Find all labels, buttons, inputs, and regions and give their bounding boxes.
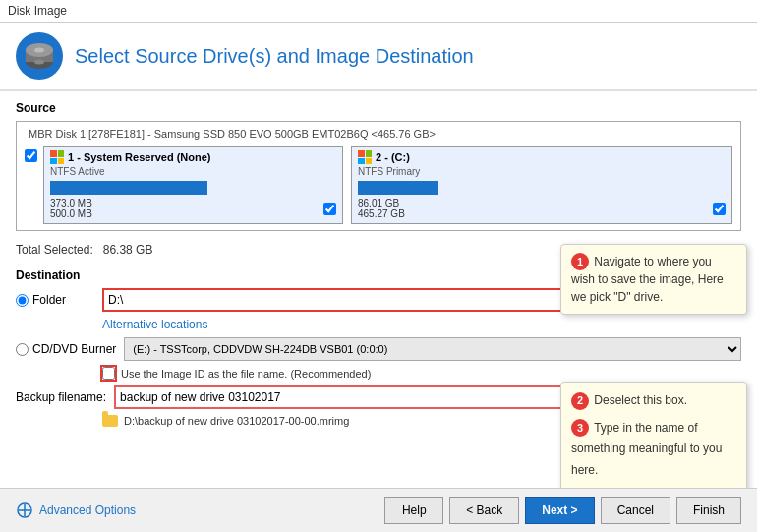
partitions-row: 1 - System Reserved (None) NTFS Active 3… <box>25 146 732 224</box>
filename-label: Backup filename: <box>16 390 106 404</box>
title-bar: Disk Image <box>0 0 757 23</box>
image-id-label: Use the Image ID as the file name. (Reco… <box>121 368 371 380</box>
cd-select[interactable]: (E:) - TSSTcorp, CDDVDW SH-224DB VSB01 (… <box>124 337 741 361</box>
header-icon <box>16 32 63 80</box>
partition2-bar <box>358 181 438 195</box>
image-id-checkbox[interactable] <box>102 367 115 380</box>
total-selected-value: 86.38 GB <box>103 243 153 257</box>
content-area: Source MBR Disk 1 [278FE181] - Samsung S… <box>0 91 757 488</box>
svg-point-3 <box>34 48 44 53</box>
finish-button[interactable]: Finish <box>676 497 741 524</box>
cd-label: CD/DVD Burner <box>32 342 116 356</box>
header: Select Source Drive(s) and Image Destina… <box>0 23 757 91</box>
cancel-button[interactable]: Cancel <box>601 497 670 524</box>
advanced-options-icon <box>16 502 33 519</box>
windows-logo-icon <box>50 150 64 164</box>
partition2: 2 - (C:) NTFS Primary 86.01 GB 465.27 GB <box>351 146 732 224</box>
cd-radio[interactable] <box>16 343 29 356</box>
badge-2: 2 <box>571 392 589 410</box>
disk-info: MBR Disk 1 [278FE181] - Samsung SSD 850 … <box>25 128 732 140</box>
alt-locations-link[interactable]: Alternative locations <box>102 318 741 331</box>
partition2-sizes: 86.01 GB 465.27 GB <box>358 198 726 219</box>
folder-label: Folder <box>32 293 66 307</box>
partition2-container: 2 - (C:) NTFS Primary 86.01 GB 465.27 GB <box>351 146 732 224</box>
advanced-options-link[interactable]: Advanced Options <box>16 502 378 519</box>
total-selected-label: Total Selected: <box>16 243 93 257</box>
partition2-size-checkbox[interactable] <box>713 203 726 215</box>
partition1-type: NTFS Active <box>50 166 336 177</box>
svg-point-4 <box>34 60 44 65</box>
cd-row: CD/DVD Burner (E:) - TSSTcorp, CDDVDW SH… <box>16 337 741 361</box>
folder-radio-label[interactable]: Folder <box>16 293 94 307</box>
help-button[interactable]: Help <box>384 497 443 524</box>
source-label: Source <box>16 101 741 115</box>
callout-1: 1 Navigate to where you wish to save the… <box>560 244 747 315</box>
footer-buttons: Help < Back Next > Cancel Finish <box>384 497 741 524</box>
callout-2-text-1: Deselect this box. <box>594 393 687 407</box>
partition1-size-checkbox[interactable] <box>323 203 336 215</box>
footer: Advanced Options Help < Back Next > Canc… <box>0 488 757 532</box>
back-button[interactable]: < Back <box>449 497 519 524</box>
next-button[interactable]: Next > <box>525 497 594 524</box>
partition2-size1: 86.01 GB <box>358 198 405 208</box>
badge-3: 3 <box>571 419 589 437</box>
callout-1-badge: 1 <box>571 253 589 270</box>
partition1-title: 1 - System Reserved (None) <box>50 150 336 164</box>
partition2-title: 2 - (C:) <box>358 150 726 164</box>
partition1: 1 - System Reserved (None) NTFS Active 3… <box>43 146 343 224</box>
callout-2-line-2: 3 Type in the name of something meaningf… <box>571 418 736 482</box>
partition2-size2: 465.27 GB <box>358 208 405 219</box>
disk-icon <box>24 40 55 72</box>
partition1-bar <box>50 181 207 195</box>
advanced-options-label: Advanced Options <box>39 503 136 517</box>
folder-radio[interactable] <box>16 294 29 307</box>
windows-logo-icon2 <box>358 150 372 164</box>
partition2-type: NTFS Primary <box>358 166 726 177</box>
header-title: Select Source Drive(s) and Image Destina… <box>75 45 474 68</box>
callout-2-line-3: 4 Then click Next <box>571 487 736 488</box>
partition1-check-col <box>25 146 43 165</box>
callout-1-text: Navigate to where you wish to save the i… <box>571 255 724 304</box>
cd-radio-label[interactable]: CD/DVD Burner <box>16 342 116 356</box>
partition1-sizes: 373.0 MB 500.0 MB <box>50 198 336 219</box>
callout-2: 2 Deselect this box. 3 Type in the name … <box>560 382 747 488</box>
callout-2-line-1: 2 Deselect this box. <box>571 390 736 412</box>
partition1-size1: 373.0 MB <box>50 198 92 208</box>
partition1-container: 1 - System Reserved (None) NTFS Active 3… <box>25 146 343 224</box>
callout-2-text-2: Type in the name of something meaningful… <box>571 421 722 477</box>
file-path: D:\backup of new drive 03102017-00-00.mr… <box>124 415 349 427</box>
disk-box: MBR Disk 1 [278FE181] - Samsung SSD 850 … <box>16 121 741 231</box>
image-id-checkbox-row: Use the Image ID as the file name. (Reco… <box>102 367 741 380</box>
folder-icon <box>102 415 118 427</box>
title-bar-label: Disk Image <box>8 4 67 18</box>
partition1-size2: 500.0 MB <box>50 208 92 219</box>
partition1-checkbox[interactable] <box>25 149 37 162</box>
disk-image-dialog: Disk Image Select Source Drive(s) and Im… <box>0 0 757 532</box>
